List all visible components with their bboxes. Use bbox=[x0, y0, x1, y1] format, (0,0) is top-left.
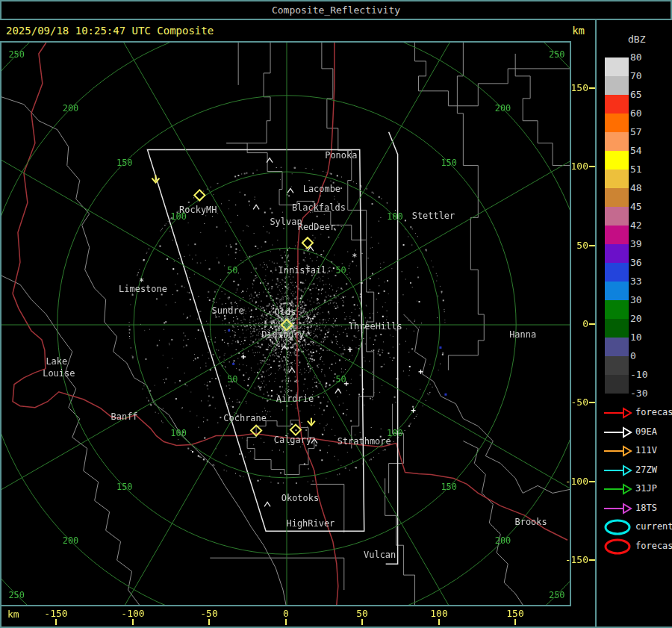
scale-legend-panel: dBZ 807065605754514845423936333020100-10… bbox=[595, 20, 672, 628]
x-axis-tick bbox=[361, 619, 363, 625]
county-boundary-line bbox=[389, 404, 404, 494]
range-ring-label: 50 bbox=[335, 265, 346, 276]
scale-swatch bbox=[605, 375, 629, 394]
caret-marker-icon bbox=[264, 502, 270, 506]
x-axis-tick-label: 150 bbox=[506, 608, 523, 619]
scale-label: 51 bbox=[630, 164, 642, 175]
scale-label: 33 bbox=[630, 276, 642, 287]
timestamp-label: 2025/09/18 10:25:47 UTC Composite bbox=[6, 25, 214, 37]
scale-label: 80 bbox=[630, 52, 642, 63]
blue-dot-marker-icon bbox=[232, 363, 234, 365]
y-axis-tick bbox=[589, 87, 595, 89]
county-boundary-line bbox=[404, 314, 570, 493]
range-ring-label: 200 bbox=[495, 103, 511, 114]
radar-map-display[interactable]: 5050505010010010010015015015015020020020… bbox=[0, 41, 571, 606]
range-ring-label: 250 bbox=[8, 590, 25, 600]
scale-swatch bbox=[605, 95, 629, 114]
x-axis-tick bbox=[514, 619, 516, 625]
range-ring bbox=[1, 43, 570, 605]
range-ring-label: 250 bbox=[549, 590, 565, 600]
y-axis-tick-label: -100 bbox=[565, 476, 588, 487]
dot-marker-icon bbox=[280, 335, 281, 337]
range-ring-label: 50 bbox=[335, 374, 346, 385]
storm-cell-diamond-icon bbox=[302, 237, 313, 248]
caret-marker-icon bbox=[335, 389, 341, 394]
range-ring-label: 250 bbox=[549, 49, 565, 60]
city-label: Lacombe bbox=[303, 184, 340, 194]
city-label: Lake bbox=[46, 356, 67, 367]
scale-label: 48 bbox=[630, 182, 642, 193]
city-label: Airdrie bbox=[276, 394, 314, 404]
legend-arrow-icon bbox=[603, 404, 632, 423]
legend-label: 18TS bbox=[635, 503, 657, 513]
city-label: Ponoka bbox=[325, 150, 357, 161]
legend-label: 31JP bbox=[635, 483, 657, 494]
range-ring-label: 250 bbox=[8, 49, 25, 60]
scale-label: -30 bbox=[630, 388, 647, 399]
legend-label: 09EA bbox=[635, 426, 657, 437]
city-label: Brooks bbox=[515, 517, 547, 527]
scale-label: 39 bbox=[630, 238, 642, 249]
county-boundary-line bbox=[463, 441, 523, 605]
city-label: Olds bbox=[275, 307, 296, 317]
scale-swatch bbox=[605, 282, 629, 300]
dot-marker-icon bbox=[419, 301, 420, 302]
star-marker-icon: * bbox=[352, 252, 357, 262]
y-axis-tick-label: 150 bbox=[571, 82, 588, 93]
legend-row: 18TS bbox=[597, 500, 672, 518]
legend-row: current bbox=[597, 518, 672, 537]
scale-label: 54 bbox=[630, 145, 642, 156]
x-axis-tick bbox=[285, 619, 287, 625]
scale-swatch bbox=[605, 188, 629, 207]
county-boundary-line bbox=[1, 97, 90, 226]
county-boundary-line bbox=[210, 558, 344, 590]
range-ring-label: 100 bbox=[170, 428, 187, 438]
scale-swatch bbox=[605, 151, 629, 170]
scale-title: dBZ bbox=[628, 34, 645, 45]
legend-label: current bbox=[635, 521, 672, 532]
city-label: Stettler bbox=[412, 211, 455, 221]
city-label: Vulcan bbox=[364, 550, 396, 560]
county-boundary-line bbox=[247, 420, 314, 475]
y-axis-tick bbox=[589, 481, 595, 482]
legend-label: forecast bbox=[635, 407, 672, 417]
range-spoke bbox=[56, 325, 287, 605]
x-axis-tick bbox=[132, 619, 134, 625]
scale-swatch bbox=[605, 244, 629, 263]
legend-row: forecast bbox=[597, 538, 672, 556]
scale-label: 0 bbox=[630, 350, 636, 361]
y-axis-tick-label: 0 bbox=[582, 318, 588, 329]
map-overlay-layer: 5050505010010010010015015015015020020020… bbox=[1, 43, 570, 605]
legend-row: 09EA bbox=[597, 423, 672, 442]
scale-swatch bbox=[605, 338, 629, 356]
legend-ellipse-icon bbox=[603, 518, 632, 537]
scale-label: 70 bbox=[630, 70, 642, 81]
city-label: RockyMH bbox=[179, 205, 217, 215]
dot-marker-icon bbox=[333, 267, 335, 269]
scale-swatch bbox=[605, 319, 629, 338]
y-axis-tick bbox=[589, 402, 595, 403]
window-title: Composite_Reflectivity bbox=[0, 0, 672, 20]
x-axis-tick bbox=[208, 619, 210, 625]
range-ring-label: 50 bbox=[227, 265, 237, 276]
y-axis-tick bbox=[589, 166, 595, 167]
caret-marker-icon bbox=[253, 205, 259, 209]
caret-marker-icon bbox=[289, 368, 295, 373]
city-label: RedDeer bbox=[298, 222, 335, 232]
scale-label: 60 bbox=[630, 108, 642, 119]
range-ring-label: 200 bbox=[63, 535, 79, 546]
range-ring-label: 150 bbox=[116, 158, 133, 168]
caret-marker-icon bbox=[287, 188, 293, 193]
y-axis-tick bbox=[589, 323, 595, 325]
scale-label: 10 bbox=[630, 332, 642, 343]
legend-arrow-icon bbox=[603, 461, 632, 480]
star-marker-icon: * bbox=[139, 276, 144, 287]
dot-marker-icon bbox=[349, 322, 351, 323]
scale-label: 57 bbox=[630, 126, 642, 137]
scale-label: 45 bbox=[630, 201, 642, 212]
y-axis-tick bbox=[589, 559, 595, 561]
scale-label: 30 bbox=[630, 294, 642, 305]
legend-label: 27ZW bbox=[635, 464, 657, 475]
range-spoke bbox=[287, 325, 517, 605]
city-label: Cochrane bbox=[223, 413, 267, 423]
